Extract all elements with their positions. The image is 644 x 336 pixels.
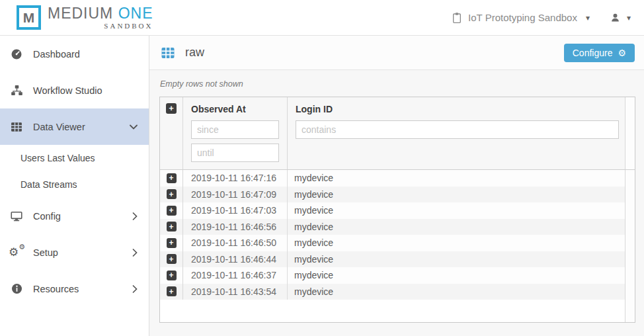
brand-logo[interactable]: M MEDIUM ONE SANDBOX xyxy=(17,5,153,30)
page-title: raw xyxy=(185,46,204,60)
filter-contains-input[interactable] xyxy=(296,120,619,139)
sidebar-item-dashboard[interactable]: Dashboard xyxy=(0,36,149,72)
login-id-cell: mydevice xyxy=(288,284,625,300)
login-id-cell: mydevice xyxy=(288,235,625,251)
stream-toolbar: raw Configure ⚙ xyxy=(149,36,644,70)
observed-at-cell: 2019-10-11 16:46:50 xyxy=(183,235,288,251)
sidebar-item-label: Data Viewer xyxy=(33,122,120,132)
sidebar-item-workflow-studio[interactable]: Workflow Studio xyxy=(0,72,149,108)
info-icon xyxy=(9,282,24,295)
expand-row-button[interactable]: + xyxy=(167,189,177,199)
login-id-cell: mydevice xyxy=(288,219,625,235)
sidebar-subitem-data-streams[interactable]: Data Streams xyxy=(0,171,149,198)
table-body: + 2019-10-11 16:47:16 mydevice + 2019-10… xyxy=(160,170,635,300)
scrollbar-track xyxy=(625,187,635,203)
table-row: + 2019-10-11 16:46:44 mydevice xyxy=(160,251,635,268)
table-row: + 2019-10-11 16:46:56 mydevice xyxy=(160,219,635,235)
top-bar: M MEDIUM ONE SANDBOX IoT Prototyping San… xyxy=(0,0,644,36)
observed-at-cell: 2019-10-11 16:46:56 xyxy=(183,219,288,235)
filter-until-input[interactable] xyxy=(191,144,279,162)
table-row: + 2019-10-11 16:43:54 mydevice xyxy=(160,284,635,300)
scrollbar-track xyxy=(625,219,635,235)
scrollbar-track xyxy=(625,235,635,251)
expand-all-button[interactable]: + xyxy=(166,103,177,114)
expand-row-button[interactable]: + xyxy=(167,254,177,264)
chevron-right-icon xyxy=(132,212,138,220)
filter-since-input[interactable] xyxy=(191,120,279,139)
sidebar-item-label: Setup xyxy=(33,247,123,258)
table-row: + 2019-10-11 16:46:37 mydevice xyxy=(160,267,635,284)
caret-down-icon: ▾ xyxy=(627,13,631,22)
sidebar: Dashboard Workflow Studio xyxy=(0,36,149,336)
sidebar-item-data-viewer[interactable]: Data Viewer xyxy=(0,108,149,145)
gear-icon: ⚙ xyxy=(618,48,626,58)
brand-name-primary: MEDIUM xyxy=(48,5,113,22)
login-id-cell: mydevice xyxy=(288,251,625,268)
gears-icon: ⚙ ⚙ xyxy=(9,246,24,259)
table-row: + 2019-10-11 16:47:03 mydevice xyxy=(160,202,635,219)
caret-down-icon: ▾ xyxy=(586,13,590,22)
dashboard-icon xyxy=(9,48,24,61)
sidebar-subitem-label: Data Streams xyxy=(20,179,77,190)
workspace-label: IoT Prototyping Sandbox xyxy=(468,12,577,23)
table-header: + Observed At Login ID xyxy=(160,97,635,170)
column-header-login-id: Login ID xyxy=(296,104,625,114)
scrollbar-track xyxy=(625,267,635,284)
observed-at-cell: 2019-10-11 16:47:16 xyxy=(183,170,288,187)
scrollbar-track xyxy=(625,284,635,300)
chevron-right-icon xyxy=(132,285,138,293)
sidebar-item-config[interactable]: Config xyxy=(0,198,149,234)
monitor-icon xyxy=(9,210,24,223)
expand-row-button[interactable]: + xyxy=(167,238,177,248)
table-row: + 2019-10-11 16:46:50 mydevice xyxy=(160,235,635,251)
expand-row-button[interactable]: + xyxy=(167,222,177,231)
sidebar-subitem-label: Users Last Values xyxy=(20,153,95,163)
sidebar-item-setup[interactable]: ⚙ ⚙ Setup xyxy=(0,234,149,271)
workspace-selector[interactable]: IoT Prototyping Sandbox ▾ xyxy=(452,12,590,24)
observed-at-cell: 2019-10-11 16:47:09 xyxy=(183,187,288,203)
observed-at-cell: 2019-10-11 16:46:37 xyxy=(183,267,288,284)
scrollbar-track xyxy=(625,251,635,268)
data-table: + Observed At Login ID + 2019-10-11 16:4… xyxy=(159,97,635,323)
table-icon xyxy=(160,45,176,61)
expand-row-button[interactable]: + xyxy=(167,286,177,296)
scrollbar-track xyxy=(625,202,635,219)
clipboard-icon xyxy=(452,12,462,24)
expand-row-button[interactable]: + xyxy=(167,206,177,216)
login-id-cell: mydevice xyxy=(288,187,625,203)
scrollbar-track xyxy=(625,300,635,322)
empty-rows-note: Empty rows not shown xyxy=(160,79,644,89)
top-right-controls: IoT Prototyping Sandbox ▾ ▾ xyxy=(452,12,631,24)
sidebar-item-label: Config xyxy=(33,211,123,222)
table-footer-space xyxy=(160,300,635,322)
observed-at-cell: 2019-10-11 16:43:54 xyxy=(183,284,288,300)
sidebar-subitem-users-last-values[interactable]: Users Last Values xyxy=(0,145,149,171)
user-icon xyxy=(610,12,621,23)
configure-button-label: Configure xyxy=(573,48,613,58)
brand-name-accent: ONE xyxy=(118,5,153,22)
logo-text: MEDIUM ONE SANDBOX xyxy=(48,5,153,29)
expand-row-button[interactable]: + xyxy=(167,271,177,280)
chevron-down-icon xyxy=(130,124,138,130)
scrollbar-track[interactable] xyxy=(625,97,635,169)
login-id-cell: mydevice xyxy=(288,267,625,284)
configure-button[interactable]: Configure ⚙ xyxy=(564,44,635,62)
observed-at-cell: 2019-10-11 16:46:44 xyxy=(183,251,288,268)
user-menu[interactable]: ▾ xyxy=(610,12,631,23)
sidebar-item-label: Resources xyxy=(33,284,123,294)
table-row: + 2019-10-11 16:47:09 mydevice xyxy=(160,187,635,203)
sidebar-item-label: Dashboard xyxy=(33,49,138,60)
chevron-right-icon xyxy=(132,249,138,257)
workflow-icon xyxy=(9,84,24,97)
expand-row-button[interactable]: + xyxy=(167,173,177,183)
column-header-observed-at: Observed At xyxy=(191,104,287,114)
observed-at-cell: 2019-10-11 16:47:03 xyxy=(183,202,288,219)
scrollbar-track xyxy=(625,170,635,187)
sidebar-item-resources[interactable]: Resources xyxy=(0,271,149,307)
sidebar-item-label: Workflow Studio xyxy=(33,85,138,96)
main-content: raw Configure ⚙ Empty rows not shown + O… xyxy=(149,36,644,336)
login-id-cell: mydevice xyxy=(288,202,625,219)
table-icon xyxy=(9,120,24,134)
login-id-cell: mydevice xyxy=(288,170,625,187)
table-row: + 2019-10-11 16:47:16 mydevice xyxy=(160,170,635,187)
